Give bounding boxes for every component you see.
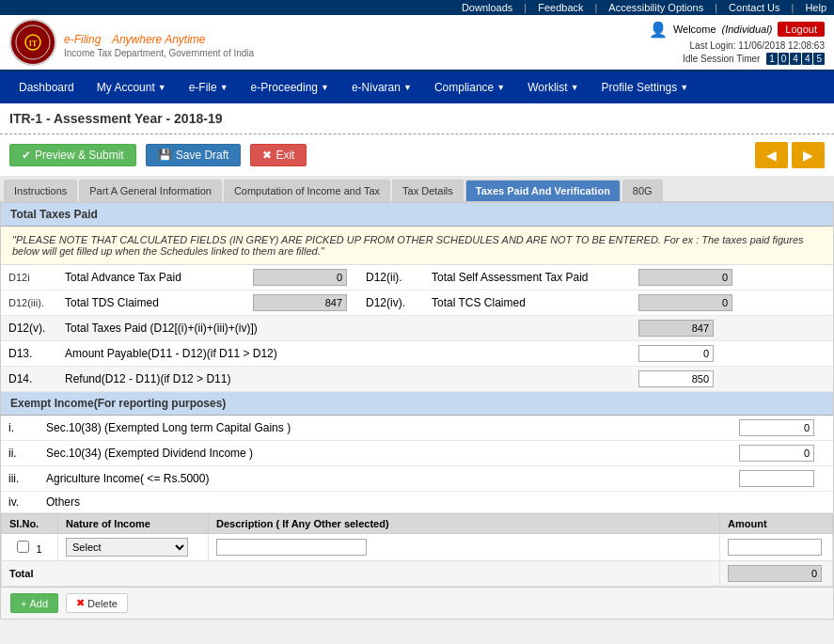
tab-computation[interactable]: Computation of Income and Tax xyxy=(224,180,390,201)
next-arrow-button[interactable]: ▶ xyxy=(792,142,825,168)
exempt-ii-field-cell xyxy=(609,441,833,466)
slno-cell: 1 xyxy=(2,534,58,561)
logout-button[interactable]: Logout xyxy=(778,22,825,37)
d14-row: D14. Refund(D12 - D11)(if D12 > D11) xyxy=(1,367,833,392)
save-icon: 💾 xyxy=(158,149,172,162)
accessibility-link[interactable]: Accessibility Options xyxy=(608,2,703,13)
tab-80g[interactable]: 80G xyxy=(622,180,663,201)
exempt-iv-num: iv. xyxy=(1,492,39,513)
tab-part-a[interactable]: Part A General Information xyxy=(79,180,222,201)
exempt-income-header: Exempt Income(For reporting purposes) xyxy=(1,392,833,416)
d12i-field-cell xyxy=(245,265,358,291)
d13-row: D13. Amount Payable(D11 - D12)(if D11 > … xyxy=(1,341,833,367)
d12i-input[interactable] xyxy=(253,269,347,286)
exempt-iii-label: Agriculture Income( <= Rs.5000) xyxy=(39,466,609,492)
d12i-label: D12i xyxy=(1,265,57,291)
exempt-iii-input[interactable] xyxy=(739,470,814,487)
exempt-i-field-cell xyxy=(609,416,833,441)
notice-text: "PLEASE NOTE THAT CALCULATED FIELDS (IN … xyxy=(12,234,804,257)
d12iv-field-cell xyxy=(631,291,833,316)
timer-d5: 5 xyxy=(813,53,825,65)
d14-name: Refund(D12 - D11)(if D12 > D11) xyxy=(57,367,631,392)
timer-d1: 1 xyxy=(766,53,778,65)
d12ii-input[interactable] xyxy=(638,269,732,286)
main-content: Total Taxes Paid "PLEASE NOTE THAT CALCU… xyxy=(0,202,834,620)
col-description: Description ( If Any Other selected) xyxy=(209,514,720,534)
nav-profile-settings[interactable]: Profile Settings ▼ xyxy=(590,71,700,103)
total-label: Total xyxy=(2,561,720,587)
tab-tax-details[interactable]: Tax Details xyxy=(392,180,464,201)
action-bar: ✔ Preview & Submit 💾 Save Draft ✖ Exit ◀… xyxy=(0,134,834,176)
description-cell xyxy=(209,534,720,561)
prev-arrow-button[interactable]: ◀ xyxy=(755,142,788,168)
delete-button[interactable]: ✖ Delete xyxy=(66,593,128,613)
nav-enivaran[interactable]: e-Nivaran ▼ xyxy=(340,71,423,103)
d14-input[interactable] xyxy=(638,370,714,387)
nav-efile[interactable]: e-File ▼ xyxy=(178,71,240,103)
d12ii-name: Total Self Assessment Tax Paid xyxy=(424,265,631,291)
plus-icon: + xyxy=(21,598,26,609)
d12iv-name: Total TCS Claimed xyxy=(424,291,631,316)
total-amount-input[interactable] xyxy=(728,565,822,582)
amount-input-1[interactable] xyxy=(728,539,822,556)
exempt-ii-num: ii. xyxy=(1,441,39,466)
others-data-row-1: 1 Select xyxy=(2,534,833,561)
efiling-title: e-Filing Anywhere Anytime Income Tax Dep… xyxy=(64,26,254,58)
x-icon: ✖ xyxy=(262,149,272,162)
others-table: Sl.No. Nature of Income Description ( If… xyxy=(1,513,833,587)
nav-worklist[interactable]: Worklist ▼ xyxy=(516,71,590,103)
d12i-name: Total Advance Tax Paid xyxy=(57,265,245,291)
d12iii-name: Total TDS Claimed xyxy=(57,291,245,316)
d14-field-cell xyxy=(631,367,833,392)
user-icon: 👤 xyxy=(649,21,668,39)
d12v-label: D12(v). xyxy=(1,316,57,341)
exempt-i-input[interactable] xyxy=(739,419,814,436)
nav-arrows: ◀ ▶ xyxy=(755,142,825,168)
preview-submit-button[interactable]: ✔ Preview & Submit xyxy=(9,144,136,166)
svg-text:IT: IT xyxy=(29,39,38,48)
brand: e-Filing Anywhere Anytime xyxy=(64,26,254,48)
contact-link[interactable]: Contact Us xyxy=(729,2,779,13)
add-button[interactable]: + Add xyxy=(10,593,58,613)
d12iii-input[interactable] xyxy=(253,294,347,311)
exit-button[interactable]: ✖ Exit xyxy=(250,144,307,166)
exempt-income-table: i. Sec.10(38) (Exempted Long term Capita… xyxy=(1,416,833,513)
col-amount: Amount xyxy=(720,514,833,534)
welcome-text: Welcome xyxy=(673,24,716,35)
exempt-ii-input[interactable] xyxy=(739,445,814,462)
d12iv-input[interactable] xyxy=(638,294,732,311)
logo: IT xyxy=(9,19,56,66)
tab-instructions[interactable]: Instructions xyxy=(4,180,77,201)
total-row: Total xyxy=(2,561,833,587)
total-taxes-paid-header: Total Taxes Paid xyxy=(1,203,833,227)
save-draft-button[interactable]: 💾 Save Draft xyxy=(146,144,242,166)
description-input[interactable] xyxy=(216,539,367,556)
d12v-input[interactable] xyxy=(638,320,714,337)
timer-d2: 0 xyxy=(779,53,790,65)
exempt-row-iii: iii. Agriculture Income( <= Rs.5000) xyxy=(1,466,833,492)
row-checkbox[interactable] xyxy=(17,541,29,553)
nav-my-account[interactable]: My Account ▼ xyxy=(86,71,178,103)
exempt-ii-label: Sec.10(34) (Exempted Dividend Income ) xyxy=(39,441,609,466)
nav-eproceeding[interactable]: e-Proceeding ▼ xyxy=(240,71,340,103)
amount-cell xyxy=(720,534,833,561)
page-title: ITR-1 - Assessment Year - 2018-19 xyxy=(0,103,834,134)
welcome-line: 👤 Welcome (Individual) Logout xyxy=(649,21,825,39)
d12ii-label: D12(ii). xyxy=(358,265,424,291)
tabs-bar: Instructions Part A General Information … xyxy=(0,176,834,202)
logo-area: IT e-Filing Anywhere Anytime Income Tax … xyxy=(9,19,254,66)
nav-compliance[interactable]: Compliance ▼ xyxy=(423,71,516,103)
idle-label: Idle Session Timer xyxy=(683,54,760,64)
tab-taxes-paid[interactable]: Taxes Paid And Verification xyxy=(465,180,621,201)
d13-input[interactable] xyxy=(638,345,714,362)
exempt-row-i: i. Sec.10(38) (Exempted Long term Capita… xyxy=(1,416,833,441)
exempt-iii-field-cell xyxy=(609,466,833,492)
help-link[interactable]: Help xyxy=(805,2,826,13)
nature-select[interactable]: Select xyxy=(66,538,188,557)
downloads-link[interactable]: Downloads xyxy=(462,2,512,13)
nav-bar: Dashboard My Account ▼ e-File ▼ e-Procee… xyxy=(0,71,834,103)
nav-dashboard[interactable]: Dashboard xyxy=(8,71,86,103)
exempt-row-iv: iv. Others xyxy=(1,492,833,513)
nature-cell: Select xyxy=(58,534,209,561)
feedback-link[interactable]: Feedback xyxy=(538,2,583,13)
